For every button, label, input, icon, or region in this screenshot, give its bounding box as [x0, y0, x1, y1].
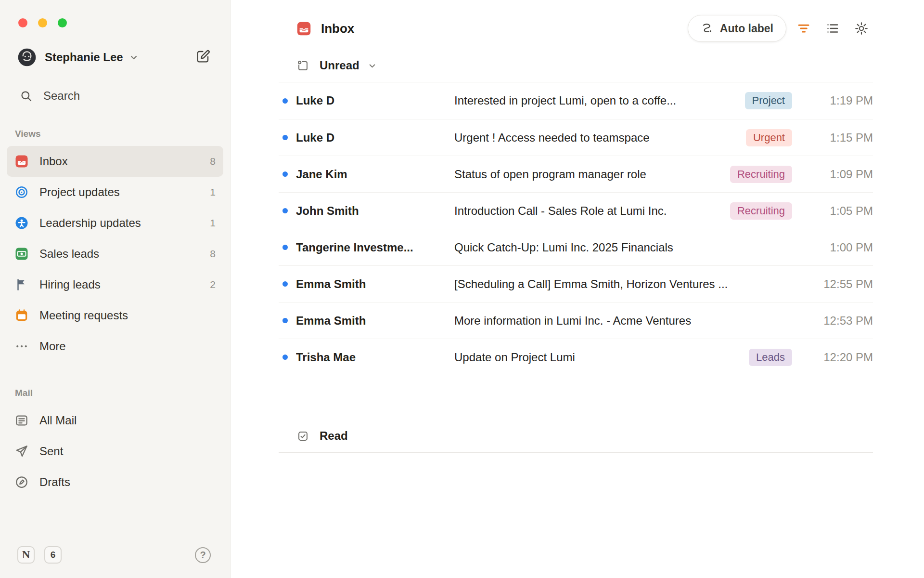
sidebar-item-sales-leads[interactable]: Sales leads8	[7, 238, 223, 269]
sidebar-item-label: Inbox	[39, 155, 210, 168]
list-icon	[825, 21, 840, 36]
email-row[interactable]: Trisha MaeUpdate on Project LumiLeads12:…	[279, 339, 873, 375]
sidebar-section: MailAll MailSentDrafts	[7, 388, 223, 498]
close-window-button[interactable]	[18, 18, 27, 27]
unread-section-header[interactable]: Unread	[279, 55, 873, 76]
email-subject: [Scheduling a Call] Emma Smith, Horizon …	[454, 277, 792, 291]
sidebar-item-all-mail[interactable]: All Mail	[7, 405, 223, 436]
zoom-window-button[interactable]	[58, 18, 67, 27]
sidebar-item-inbox[interactable]: Inbox8	[7, 146, 223, 177]
sidebar-item-count: 2	[210, 279, 216, 290]
sidebar-item-count: 1	[210, 217, 216, 229]
email-label-badge: Recruiting	[730, 166, 792, 183]
help-button[interactable]: ?	[195, 547, 211, 563]
email-subject: Urgent ! Access needed to teamspace	[454, 131, 734, 144]
person-icon	[14, 216, 29, 230]
email-subject: Quick Catch-Up: Lumi Inc. 2025 Financial…	[454, 241, 792, 254]
email-label-badge: Urgent	[746, 129, 792, 146]
banknote-icon	[14, 247, 29, 261]
search-icon	[20, 90, 33, 103]
sidebar-item-label: Meeting requests	[39, 309, 216, 322]
sidebar: Stephanie Lee Search ViewsInbox8Project …	[0, 0, 231, 578]
email-row[interactable]: Jane KimStatus of open program manager r…	[279, 156, 873, 192]
target-icon	[14, 185, 29, 199]
dots-icon	[14, 339, 29, 354]
email-row[interactable]: Emma Smith[Scheduling a Call] Emma Smith…	[279, 265, 873, 302]
read-section-header[interactable]: Read	[279, 425, 873, 447]
email-sender: Emma Smith	[296, 314, 454, 328]
email-label-badge: Leads	[749, 349, 792, 366]
main-header: Inbox Auto label	[279, 13, 873, 43]
sidebar-item-label: Sent	[39, 445, 216, 458]
minimize-window-button[interactable]	[38, 18, 47, 27]
calendar-icon	[14, 308, 29, 323]
unread-dot	[282, 355, 288, 360]
unread-dot	[282, 318, 288, 323]
list-view-button[interactable]	[821, 17, 844, 40]
sidebar-item-meeting-requests[interactable]: Meeting requests	[7, 300, 223, 331]
notion-badge-icon[interactable]: N	[17, 546, 35, 564]
sidebar-item-more[interactable]: More	[7, 331, 223, 362]
unread-dot	[282, 135, 288, 140]
calendar-badge-icon[interactable]: 6	[44, 546, 62, 564]
email-row[interactable]: Tangerine Investme...Quick Catch-Up: Lum…	[279, 229, 873, 265]
sidebar-item-label: More	[39, 340, 216, 353]
sidebar-item-drafts[interactable]: Drafts	[7, 467, 223, 498]
sidebar-item-label: Hiring leads	[39, 278, 210, 291]
profile-row[interactable]: Stephanie Lee	[17, 48, 213, 67]
email-sender: Emma Smith	[296, 277, 454, 291]
auto-label-button[interactable]: Auto label	[688, 15, 786, 42]
sidebar-item-sent[interactable]: Sent	[7, 436, 223, 467]
flag-icon	[14, 277, 29, 292]
mail-icon	[14, 413, 29, 428]
search[interactable]: Search	[20, 89, 213, 103]
sidebar-item-label: Leadership updates	[39, 216, 210, 230]
email-row[interactable]: John SmithIntroduction Call - Sales Role…	[279, 192, 873, 229]
email-subject: Status of open program manager role	[454, 168, 719, 181]
email-subject: Introduction Call - Sales Role at Lumi I…	[454, 204, 719, 218]
sidebar-section: ViewsInbox8Project updates1Leadership up…	[7, 129, 223, 362]
sidebar-item-label: Drafts	[39, 475, 216, 489]
email-subject: Interested in project Lumi, open to a co…	[454, 94, 733, 107]
email-row[interactable]: Emma SmithMore information in Lumi Inc. …	[279, 302, 873, 339]
email-subject: More information in Lumi Inc. - Acme Ven…	[454, 314, 792, 328]
sidebar-item-count: 8	[210, 248, 216, 260]
email-label-badge: Recruiting	[730, 202, 792, 220]
sidebar-item-leadership-updates[interactable]: Leadership updates1	[7, 208, 223, 238]
email-time: 1:00 PM	[808, 241, 873, 254]
unread-dot	[282, 208, 288, 213]
header-actions: Auto label	[688, 15, 873, 42]
sidebar-item-project-updates[interactable]: Project updates1	[7, 177, 223, 208]
wand-icon	[701, 22, 714, 35]
email-time: 12:20 PM	[808, 351, 873, 364]
email-time: 1:19 PM	[808, 94, 873, 107]
auto-label-button-label: Auto label	[720, 22, 773, 35]
user-name: Stephanie Lee	[45, 51, 123, 64]
main-content: Inbox Auto label	[231, 0, 924, 578]
page-title: Inbox	[321, 21, 354, 36]
sidebar-item-label: All Mail	[39, 414, 216, 427]
compose-button[interactable]	[195, 49, 213, 66]
settings-button[interactable]	[850, 17, 873, 40]
email-label-badge: Project	[745, 92, 792, 109]
email-sender: John Smith	[296, 204, 454, 218]
compose-icon	[195, 49, 211, 66]
sidebar-item-label: Sales leads	[39, 247, 210, 261]
gear-icon	[854, 21, 869, 36]
chevron-down-icon	[367, 60, 378, 71]
email-time: 1:05 PM	[808, 204, 873, 218]
sidebar-sections: ViewsInbox8Project updates1Leadership up…	[0, 103, 230, 498]
email-row[interactable]: Luke DUrgent ! Access needed to teamspac…	[279, 119, 873, 156]
select-status-icon	[296, 59, 309, 72]
email-sender: Tangerine Investme...	[296, 241, 454, 254]
chevron-down-icon	[128, 52, 140, 63]
inbox-icon	[14, 154, 29, 169]
email-time: 12:55 PM	[808, 277, 873, 291]
email-row[interactable]: Luke DInterested in project Lumi, open t…	[279, 82, 873, 119]
sidebar-item-hiring-leads[interactable]: Hiring leads2	[7, 269, 223, 300]
filter-button[interactable]	[792, 17, 815, 40]
email-sender: Luke D	[296, 131, 454, 144]
divider	[279, 452, 873, 453]
unread-dot	[282, 98, 288, 104]
sidebar-footer: N 6 ?	[0, 546, 230, 578]
